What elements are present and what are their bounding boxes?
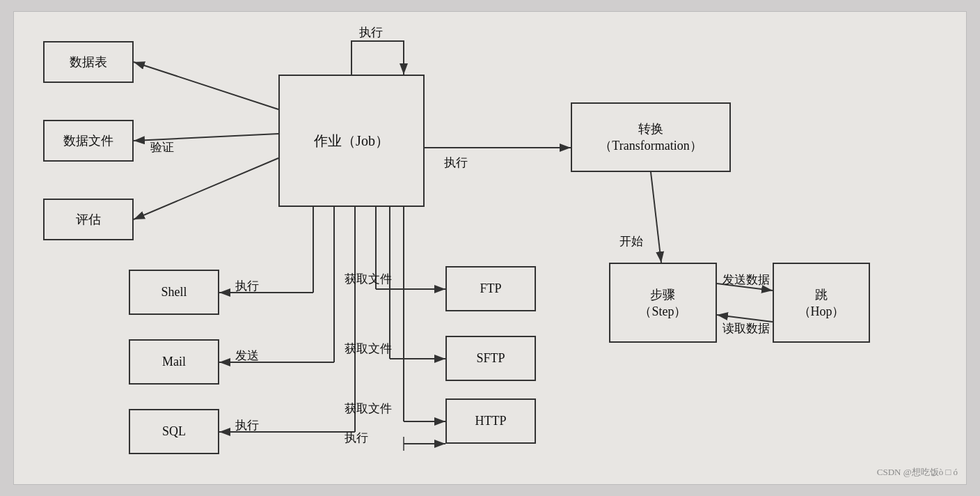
label-huoqu-ftp: 获取文件 [345,271,392,287]
box-job: 作业（Job） [278,75,425,207]
label-zhixing-shell: 执行 [235,278,259,294]
box-http: HTTP [445,398,536,444]
label-fasong-shuju: 发送数据 [722,272,770,288]
svg-line-2 [134,62,278,109]
label-huoqu-http: 获取文件 [345,401,392,417]
box-shujubiao: 数据表 [43,41,134,83]
box-pinggu: 评估 [43,199,134,240]
svg-line-4 [134,158,278,219]
watermark: CSDN @想吃饭ò □ ó [877,466,958,479]
box-step: 步骤 （Step） [609,263,717,343]
box-sql: SQL [129,409,219,454]
label-zhixing-sql: 执行 [235,417,259,433]
box-mail: Mail [129,339,219,385]
label-fasong-mail: 发送 [235,348,259,364]
svg-line-6 [651,172,661,263]
box-zhuanhuan: 转换 （Transformation） [571,102,731,172]
label-zhixing-top: 执行 [359,24,383,40]
diagram-container: 数据表 数据文件 评估 作业（Job） 转换 （Transformation） … [13,11,967,485]
box-sftp: SFTP [445,336,536,381]
label-kaishi: 开始 [619,233,643,249]
box-hop: 跳 （Hop） [773,263,870,343]
box-ftp: FTP [445,266,536,311]
box-shujuwenjian: 数据文件 [43,120,134,162]
label-huoqu-sftp: 获取文件 [345,341,392,357]
box-shell: Shell [129,270,219,315]
label-zhixing-http2: 执行 [345,430,368,446]
label-zhixing-right: 执行 [444,155,468,171]
label-ququ-shuju: 读取数据 [722,320,770,336]
label-yanzheng: 验证 [150,139,174,155]
